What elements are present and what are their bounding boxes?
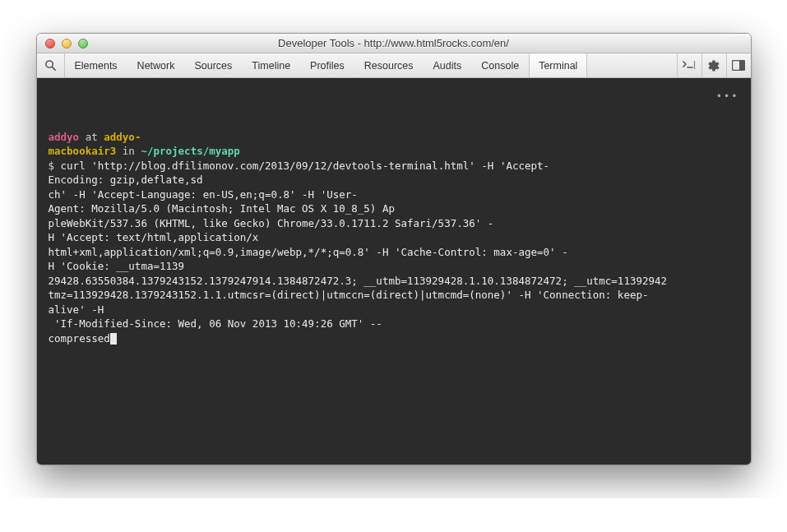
prompt-symbol: $	[49, 160, 55, 172]
overflow-menu-button[interactable]: •••	[716, 90, 739, 104]
zoom-button[interactable]	[78, 39, 88, 49]
dock-button[interactable]	[726, 53, 751, 78]
titlebar: Developer Tools - http://www.html5rocks.…	[37, 34, 751, 53]
traffic-lights	[37, 39, 88, 49]
tab-console[interactable]: Console	[471, 53, 529, 77]
terminal-command-text: curl 'http://blog.dfilimonov.com/2013/09…	[49, 160, 668, 345]
prompt-at: at	[86, 131, 98, 143]
tabs: ElementsNetworkSourcesTimelineProfilesRe…	[65, 53, 588, 77]
window-title: Developer Tools - http://www.html5rocks.…	[37, 37, 751, 49]
tab-audits[interactable]: Audits	[424, 53, 472, 77]
svg-rect-5	[739, 61, 744, 70]
gear-icon	[707, 59, 720, 72]
drawer-icon	[683, 60, 697, 71]
prompt-host-part1: addyo-	[104, 131, 141, 143]
settings-button[interactable]	[701, 53, 726, 78]
tab-profiles[interactable]: Profiles	[300, 53, 354, 77]
dock-icon	[732, 60, 745, 71]
toolbar-spacer	[587, 53, 676, 77]
terminal-output: addyo at addyo- macbookair3 in ~/project…	[49, 130, 743, 346]
prompt-path: ~/projects/myapp	[141, 145, 239, 157]
terminal-panel[interactable]: ••• addyo at addyo- macbookair3 in ~/pro…	[37, 78, 751, 465]
show-drawer-button[interactable]	[677, 53, 701, 78]
toolbar-right	[677, 53, 751, 77]
tab-elements[interactable]: Elements	[65, 53, 127, 77]
inspect-button[interactable]	[37, 53, 65, 77]
search-icon	[44, 59, 57, 72]
cursor	[110, 333, 117, 345]
svg-line-1	[52, 67, 55, 71]
tab-terminal[interactable]: Terminal	[529, 53, 587, 77]
prompt-host-part2: macbookair3	[49, 145, 117, 157]
prompt-user: addyo	[49, 131, 80, 143]
prompt-in: in	[123, 145, 135, 157]
devtools-window: Developer Tools - http://www.html5rocks.…	[36, 33, 752, 465]
tab-sources[interactable]: Sources	[184, 53, 242, 77]
tab-network[interactable]: Network	[127, 53, 185, 77]
tab-resources[interactable]: Resources	[354, 53, 424, 77]
toolbar: ElementsNetworkSourcesTimelineProfilesRe…	[37, 53, 751, 78]
tab-timeline[interactable]: Timeline	[242, 53, 300, 77]
minimize-button[interactable]	[62, 39, 72, 49]
close-button[interactable]	[45, 39, 55, 49]
